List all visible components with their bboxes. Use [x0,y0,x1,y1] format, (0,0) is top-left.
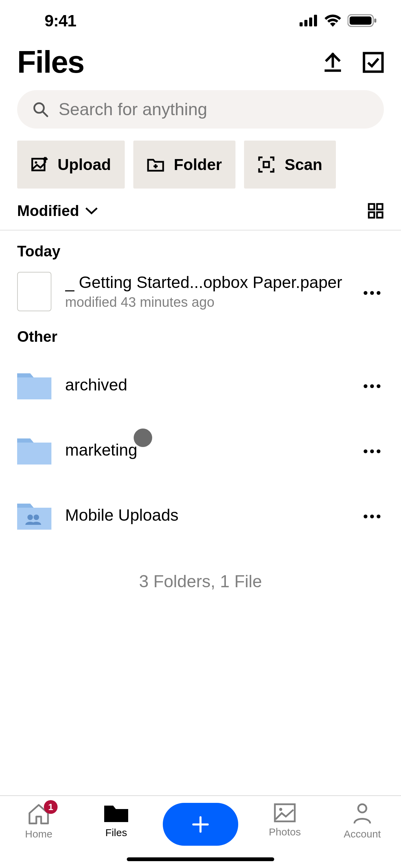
scan-label: Scan [284,155,322,174]
header-upload-button[interactable] [322,51,344,73]
tab-home[interactable]: Home 1 [8,803,70,840]
upload-button[interactable]: Upload [17,141,125,189]
upload-label: Upload [58,155,111,174]
svg-point-25 [279,808,282,811]
svg-rect-24 [275,804,295,821]
account-icon [352,803,372,825]
svg-rect-17 [377,204,382,209]
folder-name: marketing [65,441,346,459]
scan-icon [258,156,275,173]
folder-name: Mobile Uploads [65,506,346,525]
svg-line-10 [43,112,47,116]
search-input[interactable] [59,99,368,119]
folder-thumbnail [17,433,51,467]
svg-point-20 [27,515,33,520]
folder-row-marketing[interactable]: marketing [0,417,401,482]
folder-more-button[interactable] [360,382,384,388]
tab-account[interactable]: Account [331,803,393,840]
svg-rect-8 [364,53,382,72]
folder-label: Folder [174,155,222,174]
svg-rect-15 [264,162,269,167]
svg-rect-2 [309,17,312,26]
svg-rect-6 [374,19,376,23]
header: Files [0,41,401,90]
file-thumbnail [17,274,51,309]
sort-label: Modified [17,202,79,219]
grid-icon [367,203,384,219]
folder-row-mobile-uploads[interactable]: Mobile Uploads [0,482,401,547]
file-info: _ Getting Started...opbox Paper.paper mo… [65,273,346,310]
folder-icon [17,435,51,465]
wifi-icon [324,14,341,27]
action-chips: Upload Folder Scan [0,141,401,202]
file-subtitle: modified 43 minutes ago [65,294,346,310]
tab-photos-label: Photos [269,826,301,838]
view-toggle-button[interactable] [367,203,384,219]
file-more-button[interactable] [360,288,384,295]
section-today: Today [0,231,401,267]
tab-files-label: Files [105,827,127,839]
folder-info: archived [65,375,346,394]
list-summary: 3 Folders, 1 File [0,547,401,615]
upload-icon [322,51,344,73]
file-row[interactable]: _ Getting Started...opbox Paper.paper mo… [0,267,401,316]
folder-button[interactable]: Folder [133,141,236,189]
cellular-icon [300,15,318,26]
home-indicator [127,857,274,861]
paper-file-icon [17,272,51,311]
section-other: Other [0,316,401,352]
svg-point-12 [35,161,37,164]
svg-point-21 [34,515,39,520]
image-upload-icon [31,156,48,173]
status-icons [300,14,377,27]
photos-icon [274,803,296,823]
folder-info: marketing [65,441,346,459]
folder-thumbnail [17,367,51,402]
chevron-down-icon [85,206,98,215]
folder-info: Mobile Uploads [65,506,346,525]
folder-icon [17,370,51,399]
folder-more-button[interactable] [360,512,384,518]
shared-folder-icon [17,500,51,530]
plus-icon [191,815,210,834]
svg-rect-18 [369,212,374,218]
search-container [0,90,401,141]
status-bar: 9:41 [0,0,401,41]
sort-view-row: Modified [0,202,401,230]
tab-photos[interactable]: Photos [254,803,316,838]
folder-row-archived[interactable]: archived [0,352,401,417]
folder-thumbnail [17,498,51,532]
folder-filled-icon [104,803,129,823]
header-select-button[interactable] [363,52,384,73]
battery-icon [348,14,377,27]
touch-indicator [134,429,152,447]
home-badge: 1 [44,800,58,814]
file-name: _ Getting Started...opbox Paper.paper [65,273,346,292]
tab-bar: Home 1 Files Photos [0,795,401,868]
tab-account-label: Account [344,828,381,840]
svg-rect-0 [300,22,303,26]
svg-point-26 [358,804,366,812]
search-icon [33,101,48,117]
svg-rect-3 [314,15,317,26]
svg-rect-1 [304,20,307,26]
svg-rect-19 [377,212,382,218]
status-time: 9:41 [45,11,76,30]
header-actions [322,51,384,73]
checkbox-icon [363,52,384,73]
tab-home-label: Home [25,828,52,840]
tab-create-button[interactable] [163,803,238,846]
search-field[interactable] [17,90,384,129]
svg-rect-5 [350,16,372,25]
svg-rect-16 [369,204,374,209]
scan-button[interactable]: Scan [244,141,336,189]
page-title: Files [17,45,84,80]
folder-more-button[interactable] [360,447,384,453]
new-folder-icon [147,157,164,172]
tab-files[interactable]: Files [85,803,147,839]
sort-dropdown[interactable]: Modified [17,202,98,219]
folder-name: archived [65,375,346,394]
